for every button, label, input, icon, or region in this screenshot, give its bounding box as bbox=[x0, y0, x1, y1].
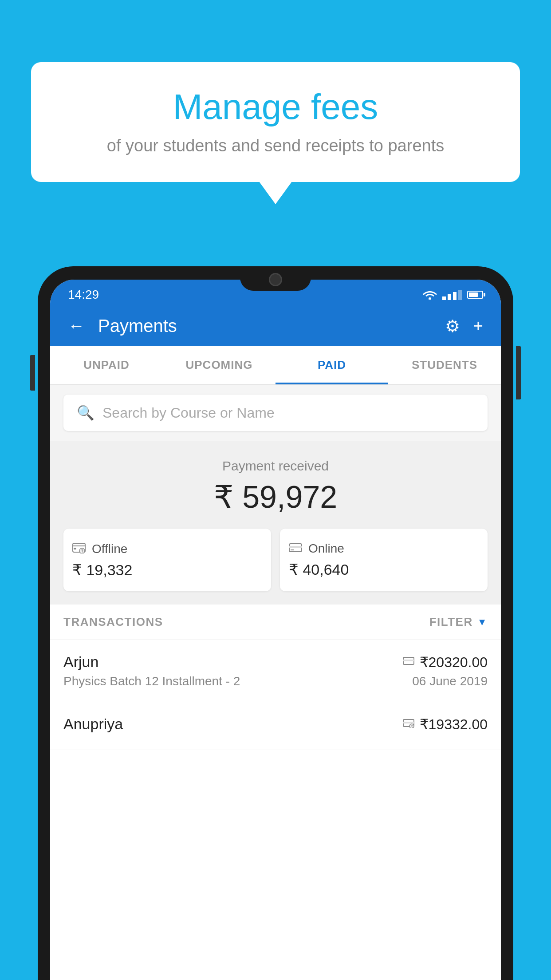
online-icon bbox=[289, 541, 302, 556]
settings-icon[interactable]: ⚙ bbox=[445, 316, 460, 336]
tab-paid[interactable]: PAID bbox=[276, 346, 388, 384]
tabs-container: UNPAID UPCOMING PAID STUDENTS bbox=[50, 346, 501, 385]
header-right: ⚙ + bbox=[445, 316, 483, 336]
transaction-row-top: Anupriya ₹ ₹19332.00 bbox=[63, 715, 488, 733]
transaction-row-bottom: Physics Batch 12 Installment - 2 06 June… bbox=[63, 674, 488, 688]
back-button[interactable]: ← bbox=[68, 316, 85, 336]
wifi-icon bbox=[423, 290, 437, 300]
offline-label: Offline bbox=[92, 542, 127, 556]
table-row[interactable]: Arjun ₹20320.00 Physics Batch 12 Install… bbox=[50, 640, 501, 702]
transactions-list: Arjun ₹20320.00 Physics Batch 12 Install… bbox=[50, 640, 501, 980]
phone-screen: 14:29 bbox=[50, 280, 501, 980]
svg-text:₹: ₹ bbox=[81, 549, 83, 553]
svg-rect-6 bbox=[289, 546, 302, 548]
search-box[interactable]: 🔍 Search by Course or Name bbox=[63, 395, 488, 431]
svg-point-0 bbox=[429, 297, 431, 300]
payment-total-amount: ₹ 59,972 bbox=[63, 479, 488, 515]
transactions-label: TRANSACTIONS bbox=[63, 615, 163, 629]
offline-icon: ₹ bbox=[72, 541, 86, 557]
tab-upcoming[interactable]: UPCOMING bbox=[163, 346, 276, 384]
online-label: Online bbox=[308, 541, 344, 556]
speech-bubble-container: Manage fees of your students and send re… bbox=[31, 62, 520, 182]
offline-payment-icon: ₹ bbox=[403, 717, 414, 731]
tab-unpaid[interactable]: UNPAID bbox=[50, 346, 163, 384]
phone-side-left bbox=[30, 355, 35, 391]
status-time: 14:29 bbox=[68, 288, 99, 302]
transaction-course: Physics Batch 12 Installment - 2 bbox=[63, 674, 240, 688]
payment-received-label: Payment received bbox=[63, 458, 488, 474]
manage-fees-title: Manage fees bbox=[58, 87, 493, 127]
svg-text:₹: ₹ bbox=[410, 725, 413, 728]
offline-card-header: ₹ Offline bbox=[72, 541, 127, 557]
transaction-amount: ₹19332.00 bbox=[420, 716, 488, 733]
phone-frame: 14:29 bbox=[38, 266, 513, 980]
svg-rect-7 bbox=[291, 549, 294, 550]
table-row[interactable]: Anupriya ₹ ₹19332.00 bbox=[50, 702, 501, 750]
transactions-header: TRANSACTIONS FILTER ▼ bbox=[50, 605, 501, 640]
manage-fees-subtitle: of your students and send receipts to pa… bbox=[58, 136, 493, 155]
transaction-row-top: Arjun ₹20320.00 bbox=[63, 653, 488, 671]
transaction-date: 06 June 2019 bbox=[412, 674, 488, 688]
signal-icon bbox=[442, 290, 462, 300]
status-icons bbox=[423, 290, 483, 300]
svg-rect-11 bbox=[403, 722, 414, 723]
online-amount: ₹ 40,640 bbox=[289, 561, 349, 578]
payment-cards: ₹ Offline ₹ 19,332 bbox=[63, 529, 488, 591]
app-header: ← Payments ⚙ + bbox=[50, 306, 501, 346]
header-left: ← Payments bbox=[68, 316, 177, 336]
svg-rect-2 bbox=[74, 548, 76, 549]
page-title: Payments bbox=[98, 316, 177, 336]
phone-camera bbox=[269, 273, 282, 286]
transaction-name: Anupriya bbox=[63, 715, 123, 733]
online-payment-card: Online ₹ 40,640 bbox=[280, 529, 488, 591]
filter-label: FILTER bbox=[429, 615, 473, 629]
filter-button[interactable]: FILTER ▼ bbox=[429, 615, 488, 629]
transaction-amount-container: ₹ ₹19332.00 bbox=[403, 716, 488, 733]
payment-summary: Payment received ₹ 59,972 ₹ bbox=[50, 441, 501, 605]
search-placeholder-text: Search by Course or Name bbox=[102, 405, 275, 421]
online-card-header: Online bbox=[289, 541, 344, 556]
battery-icon bbox=[467, 291, 483, 299]
svg-rect-9 bbox=[403, 660, 414, 661]
speech-bubble: Manage fees of your students and send re… bbox=[31, 62, 520, 182]
transaction-amount-container: ₹20320.00 bbox=[403, 654, 488, 671]
offline-amount: ₹ 19,332 bbox=[72, 561, 132, 579]
tab-students[interactable]: STUDENTS bbox=[388, 346, 501, 384]
offline-payment-card: ₹ Offline ₹ 19,332 bbox=[63, 529, 271, 591]
search-icon: 🔍 bbox=[77, 404, 94, 421]
card-payment-icon bbox=[403, 655, 414, 669]
add-button[interactable]: + bbox=[473, 316, 483, 336]
search-container: 🔍 Search by Course or Name bbox=[50, 385, 501, 441]
filter-triangle-icon: ▼ bbox=[477, 616, 488, 628]
transaction-name: Arjun bbox=[63, 653, 98, 671]
phone-side-right bbox=[516, 346, 521, 399]
transaction-amount: ₹20320.00 bbox=[420, 654, 488, 671]
